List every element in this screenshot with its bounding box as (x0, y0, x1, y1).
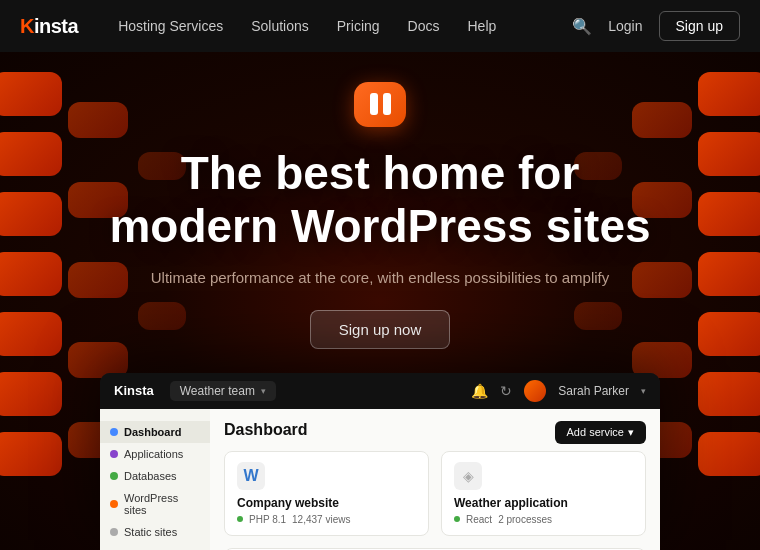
user-name-label: Sarah Parker (558, 384, 629, 398)
wordpress-card-icon-wrap: W (237, 462, 265, 490)
user-menu-chevron-icon[interactable]: ▾ (641, 386, 646, 396)
hero-subtitle: Ultimate performance at the core, with e… (151, 269, 610, 286)
sidebar-item-databases[interactable]: Databases (100, 465, 210, 487)
search-icon[interactable]: 🔍 (572, 17, 592, 36)
add-service-button[interactable]: Add service ▾ (555, 421, 646, 444)
navbar: Kinsta Hosting Services Solutions Pricin… (0, 0, 760, 52)
nav-link-hosting[interactable]: Hosting Services (118, 18, 223, 34)
dash-logo: Kinsta (114, 383, 154, 398)
wordpress-icon: W (243, 467, 258, 485)
app-card-icon-wrap: ◈ (454, 462, 482, 490)
avatar (524, 380, 546, 402)
dashboard-preview: Kinsta Weather team ▾ 🔔 ↻ Sarah Parker ▾… (100, 373, 660, 550)
weather-app-card[interactable]: ◈ Weather application React 2 processes (441, 451, 646, 536)
company-website-card[interactable]: W Company website PHP 8.1 12,437 views (224, 451, 429, 536)
dash-sidebar: Dashboard Applications Databases WordPre… (100, 409, 210, 550)
notifications-icon[interactable]: 🔔 (471, 383, 488, 399)
sidebar-item-wordpress[interactable]: WordPress sites (100, 487, 210, 521)
static-dot (110, 528, 118, 536)
nav-links: Hosting Services Solutions Pricing Docs … (118, 18, 572, 34)
nav-logo[interactable]: Kinsta (20, 15, 78, 38)
brand-icon (354, 82, 406, 127)
dashboard-dot (110, 428, 118, 436)
app-icon: ◈ (463, 468, 474, 484)
nav-link-pricing[interactable]: Pricing (337, 18, 380, 34)
sidebar-item-dns[interactable]: DNS (100, 543, 210, 550)
dash-team-selector[interactable]: Weather team ▾ (170, 381, 276, 401)
wordpress-dot (110, 500, 118, 508)
card-title-company: Company website (237, 496, 416, 510)
chevron-down-icon: ▾ (628, 426, 634, 439)
sidebar-item-dashboard[interactable]: Dashboard (100, 421, 210, 443)
signup-button[interactable]: Sign up (659, 11, 740, 41)
card-meta-company: PHP 8.1 12,437 views (237, 514, 416, 525)
nav-link-help[interactable]: Help (467, 18, 496, 34)
dash-main-content: Dashboard Add service ▾ W Company websit… (210, 409, 660, 550)
dash-action-icons: 🔔 ↻ Sarah Parker ▾ (471, 380, 646, 402)
refresh-icon[interactable]: ↻ (500, 383, 512, 399)
status-dot-green (237, 516, 243, 522)
login-button[interactable]: Login (608, 18, 642, 34)
status-dot-green-2 (454, 516, 460, 522)
service-cards: W Company website PHP 8.1 12,437 views ◈ (224, 451, 646, 536)
chevron-down-icon: ▾ (261, 386, 266, 396)
dash-body: Dashboard Applications Databases WordPre… (100, 409, 660, 550)
hero-cta-button[interactable]: Sign up now (310, 310, 451, 349)
nav-link-solutions[interactable]: Solutions (251, 18, 309, 34)
databases-dot (110, 472, 118, 480)
sidebar-item-static[interactable]: Static sites (100, 521, 210, 543)
hero-title: The best home for modern WordPress sites (109, 147, 650, 253)
hero-section: The best home for modern WordPress sites… (0, 52, 760, 550)
nav-actions: 🔍 Login Sign up (572, 11, 740, 41)
dash-topbar: Kinsta Weather team ▾ 🔔 ↻ Sarah Parker ▾ (100, 373, 660, 409)
card-title-weather: Weather application (454, 496, 633, 510)
nav-link-docs[interactable]: Docs (408, 18, 440, 34)
card-meta-weather: React 2 processes (454, 514, 633, 525)
sidebar-item-applications[interactable]: Applications (100, 443, 210, 465)
applications-dot (110, 450, 118, 458)
